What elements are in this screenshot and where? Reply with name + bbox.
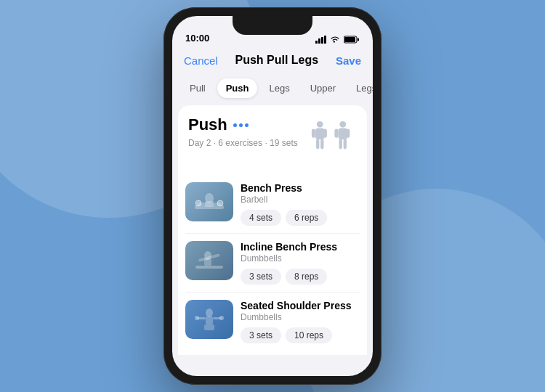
svg-rect-8 [315,128,324,140]
push-title-area: Push Day 2 · 6 exercises · 19 sets [188,115,306,150]
exercise-item-incline[interactable]: Incline Bench Press Dumbbells 3 sets 8 r… [185,234,360,293]
battery-icon [344,36,360,44]
reps-tag-incline: 8 reps [286,269,327,285]
svg-rect-0 [315,41,318,44]
svg-rect-11 [316,139,319,149]
cancel-button[interactable]: Cancel [184,54,218,67]
svg-rect-17 [339,139,342,149]
tab-legs-2[interactable]: Legs [347,78,373,98]
svg-rect-31 [206,317,213,324]
exercise-equipment-bench: Barbell [241,195,360,205]
svg-point-22 [217,200,223,206]
svg-point-13 [339,121,346,128]
svg-rect-25 [195,266,223,269]
svg-point-21 [195,200,201,206]
content-area: Push Day 2 · 6 exercises · 19 sets [178,105,367,355]
exercise-tags-shoulder: 3 sets 10 reps [241,327,360,343]
svg-rect-15 [334,128,338,137]
svg-rect-2 [321,37,323,44]
svg-rect-16 [346,128,350,137]
svg-rect-10 [323,128,327,137]
svg-rect-5 [344,37,355,42]
sets-tag-bench: 4 sets [241,210,281,226]
exercise-name-incline: Incline Bench Press [241,241,360,253]
svg-point-7 [317,121,323,128]
dot-1 [233,123,237,127]
tabs-container: Pull Push Legs Upper Legs [172,74,373,105]
exercise-info-bench: Bench Press Barbell 4 sets 6 reps [241,182,360,226]
dot-3 [245,123,249,127]
wifi-icon [330,36,340,44]
tab-push[interactable]: Push [217,78,258,98]
svg-rect-9 [312,128,315,137]
dot-2 [239,123,243,127]
bench-press-thumb-icon [191,188,227,216]
svg-rect-14 [339,128,347,140]
save-button[interactable]: Save [336,54,361,67]
svg-point-34 [195,316,199,320]
svg-rect-24 [205,201,214,207]
tab-legs-1[interactable]: Legs [260,78,298,98]
more-options-button[interactable] [233,123,249,127]
exercise-equipment-shoulder: Dumbbells [241,312,360,322]
svg-rect-12 [320,139,323,149]
phone-wrapper: 10:00 [164,7,382,385]
svg-rect-6 [358,38,359,41]
svg-rect-1 [318,38,320,44]
svg-rect-18 [344,139,347,149]
day-title: Push [188,115,227,134]
exercise-tags-incline: 3 sets 8 reps [241,269,360,285]
status-icons [315,36,360,44]
notch [233,16,312,35]
svg-rect-3 [324,36,326,44]
push-title-row: Push [188,115,306,134]
svg-point-30 [206,309,213,317]
exercise-thumbnail-shoulder [185,300,233,339]
status-time: 10:00 [185,33,209,44]
phone-screen: 10:00 [172,16,373,376]
tab-upper[interactable]: Upper [302,78,344,98]
exercise-item-bench-press[interactable]: Bench Press Barbell 4 sets 6 reps [185,175,360,234]
exercise-item-shoulder[interactable]: Seated Shoulder Press Dumbbells 3 sets 1… [185,293,360,351]
signal-icon [315,36,326,44]
exercise-list: Bench Press Barbell 4 sets 6 reps [178,171,367,355]
nav-header: Cancel Push Pull Legs Save [172,48,373,74]
exercise-thumbnail-incline [185,241,233,280]
exercise-name-shoulder: Seated Shoulder Press [241,300,360,311]
svg-rect-28 [204,258,211,266]
svg-rect-29 [204,324,214,330]
day-subtitle: Day 2 · 6 exercises · 19 sets [188,137,306,150]
reps-tag-shoulder: 10 reps [286,327,332,343]
push-header: Push Day 2 · 6 exercises · 19 sets [178,105,367,171]
exercise-name-bench: Bench Press [241,182,360,194]
exercise-thumbnail-bench [185,182,233,221]
sets-tag-incline: 3 sets [241,269,281,285]
body-figure-icon [306,115,357,166]
screen-inner: 10:00 [172,16,373,376]
exercise-info-incline: Incline Bench Press Dumbbells 3 sets 8 r… [241,241,360,285]
exercise-tags-bench: 4 sets 6 reps [241,210,360,226]
exercise-equipment-incline: Dumbbells [241,253,360,264]
sets-tag-shoulder: 3 sets [241,327,281,343]
exercise-info-shoulder: Seated Shoulder Press Dumbbells 3 sets 1… [241,300,360,343]
shoulder-press-thumb-icon [191,306,227,333]
incline-press-thumb-icon [191,247,227,274]
scrollable-content: Push Day 2 · 6 exercises · 19 sets [172,105,373,376]
reps-tag-bench: 6 reps [286,210,327,226]
page-title: Push Pull Legs [235,54,318,67]
svg-point-35 [219,316,224,320]
tab-pull[interactable]: Pull [181,78,214,98]
